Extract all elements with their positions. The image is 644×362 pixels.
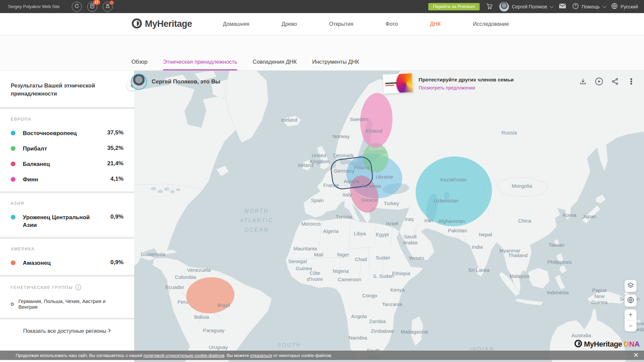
country-label-italy: Italy — [342, 192, 352, 197]
country-label-ecuador: Ecuador — [165, 284, 184, 290]
dna-kit-promo: Протестируйте других членов семьи Посмот… — [383, 74, 514, 93]
dna-alert-dot — [110, 1, 114, 5]
country-label-s-sudan: S. Sudan — [373, 273, 394, 279]
genetic-groups-list: Германия, Польша, Чехия, Австрия и Венгр… — [11, 298, 123, 310]
country-label-arabia: Arabia — [403, 240, 418, 245]
country-label-ukraine: Ukraine — [376, 174, 393, 180]
country-label-korea: Korea — [563, 212, 577, 218]
country-label-kenya: Kenya — [390, 287, 405, 293]
tab-инструменты-днк[interactable]: Инструменты ДНК — [312, 59, 359, 70]
records-button[interactable]: 17 — [87, 2, 97, 12]
nav-item-днк[interactable]: ДНК — [430, 21, 441, 27]
user-menu[interactable]: Сергей Поляков — [499, 2, 553, 12]
country-label-india: India — [472, 244, 483, 250]
country-label-romania: Romania — [361, 183, 381, 189]
download-button[interactable] — [578, 77, 588, 87]
cart-icon[interactable] — [485, 2, 493, 11]
country-label-guatemala: Guatemala — [141, 251, 165, 257]
country-label-bolivia: Bolivia — [194, 314, 209, 320]
zoom-in-button[interactable]: + — [625, 310, 637, 320]
myheritage-logo[interactable]: MyHeritage — [131, 18, 192, 30]
nav-item-древо[interactable]: Древо — [281, 21, 297, 27]
zoom-out-button[interactable]: − — [625, 321, 637, 331]
country-label-venezuela: Venezuela — [187, 267, 211, 273]
genetic-groups-title: ГЕНЕТИЧЕСКИЕ ГРУППЫ — [11, 285, 73, 290]
genetic-groups-card: ГЕНЕТИЧЕСКИЕ ГРУППЫ i Германия, Польша, … — [0, 277, 134, 318]
ethnicity-color-dot — [11, 260, 15, 265]
tab-совпадения-днк[interactable]: Совпадения ДНК — [253, 59, 297, 70]
country-label-finland: Finland — [366, 128, 382, 134]
country-label-greece: Greece — [361, 197, 377, 203]
country-label-pakistan: Pakistan — [448, 228, 467, 233]
tab-этническая-принадлежность[interactable]: Этническая принадлежность — [163, 59, 237, 70]
country-label-mongolia: Mongolia — [512, 183, 533, 189]
country-label-chad: Chad — [355, 256, 367, 262]
cookie-close-button[interactable] — [633, 352, 639, 359]
ethnicity-row-прибалт[interactable]: Прибалт35,2% — [11, 145, 123, 153]
region-label: АМЕРИКА — [11, 247, 123, 251]
cookie-consent-bar: Продолжая использовать наш сайт, Вы согл… — [0, 351, 644, 360]
chevron-down-icon — [602, 4, 607, 8]
kit-splash-art — [395, 73, 413, 94]
nav-item-фото[interactable]: Фото — [385, 21, 398, 27]
tab-обзор[interactable]: Обзор — [131, 59, 148, 70]
top-utility-bar: Sergey Polyakov Web Site 17 Перейти на P… — [0, 0, 644, 13]
mail-icon[interactable] — [558, 3, 567, 10]
ethnicity-row-балканец[interactable]: Балканец21,4% — [11, 160, 123, 168]
ethnicity-color-dot — [11, 131, 15, 135]
close-icon — [634, 353, 638, 358]
map-globe-button[interactable] — [625, 295, 637, 307]
info-icon[interactable]: i — [75, 285, 81, 290]
country-label-tunisia: Tunisia — [336, 214, 352, 220]
country-label-taiwan: Taiwan — [549, 242, 565, 248]
nav-item-открытия[interactable]: Открытия — [329, 21, 353, 27]
ethnicity-row-уроженец-центральной-азии[interactable]: Уроженец Центральной Азии0,9% — [11, 214, 123, 229]
sync-button[interactable] — [72, 2, 82, 12]
dna-profile-header: Сергей Поляков, это Вы ОбзорЭтническая п… — [0, 35, 644, 71]
map-layers-button[interactable] — [625, 280, 637, 292]
country-label-d-ivoire: d'Ivoire — [307, 276, 323, 282]
ethnicity-map[interactable]: IcelandNorwaySwedenFinlandRussiaDenmarkU… — [134, 71, 644, 362]
country-label-nepal: Nepal — [479, 232, 492, 237]
cookie-text: Продолжая использовать наш сайт, Вы согл… — [16, 353, 144, 358]
genetic-group-row[interactable]: Германия, Польша, Чехия, Австрия и Венгр… — [11, 298, 123, 310]
kit-brand-line2 — [385, 85, 394, 86]
country-label-guinea: Guinea — [591, 299, 608, 305]
dna-button[interactable] — [103, 2, 113, 12]
country-label-ireland: Ireland — [298, 162, 313, 168]
sidebar-title: Результаты Вашей этнической принадлежнос… — [11, 81, 104, 98]
country-label-senegal: Senegal — [288, 258, 307, 264]
country-label-c-te: Côte — [310, 270, 320, 276]
genetic-group-name: Германия, Польша, Чехия, Австрия и Венгр… — [18, 298, 123, 310]
language-menu[interactable]: Русский — [611, 3, 638, 10]
ocean-label-atlantic: ATLANTIC — [239, 218, 273, 223]
region-card-америка: АМЕРИКААмазонец0,9% — [0, 239, 134, 275]
promo-offers-link[interactable]: Посмотреть предложения — [419, 85, 514, 90]
dna-kit-image — [383, 73, 413, 94]
country-label-turkey: Turkey — [384, 200, 399, 206]
region-label: ЕВРОПА — [11, 117, 123, 122]
play-button[interactable] — [594, 77, 604, 87]
ethnicity-percentage: 4,1% — [110, 176, 123, 182]
cookie-opt-out-link[interactable]: отказаться — [250, 353, 272, 358]
help-menu[interactable]: Помощь — [572, 3, 605, 10]
nav-item-домашняя[interactable]: Домашняя — [223, 21, 250, 27]
nav-item-исследование[interactable]: Исследование — [473, 21, 509, 27]
ethnicity-name: Прибалт — [23, 145, 93, 153]
country-label-austria: Austria — [344, 178, 360, 184]
ethnicity-row-восточноевропеец[interactable]: Восточноевропеец37,5% — [11, 129, 123, 137]
world-map-svg: IcelandNorwaySwedenFinlandRussiaDenmarkU… — [134, 71, 644, 362]
country-label-australia: Australia — [572, 333, 591, 338]
main-nav: MyHeritage ДомашняяДревоОткрытияФотоДНКИ… — [0, 13, 644, 35]
share-button[interactable] — [610, 77, 621, 87]
country-label-united: United — [312, 153, 326, 158]
more-options-button[interactable] — [626, 77, 637, 87]
ethnicity-row-финн[interactable]: Финн4,1% — [11, 176, 123, 183]
country-label-niger: Niger — [337, 252, 349, 257]
country-label-sweden: Sweden — [350, 116, 368, 122]
ethnicity-row-амазонец[interactable]: Амазонец0,9% — [11, 259, 123, 267]
country-label-sri-lanka: Sri Lanka — [468, 267, 490, 273]
go-premium-button[interactable]: Перейти на Premium — [428, 3, 480, 10]
cookie-policy-link[interactable]: политикой относительно cookie-файлов — [144, 353, 224, 358]
ethnicity-name: Балканец — [23, 160, 93, 168]
